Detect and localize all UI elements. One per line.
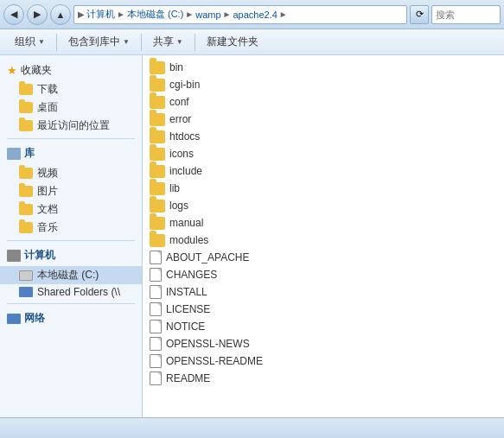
doc-icon bbox=[150, 285, 162, 299]
list-item[interactable]: CHANGES bbox=[143, 266, 504, 283]
sidebar-item-label: Shared Folders (\\ bbox=[37, 286, 120, 298]
sidebar-item-recent[interactable]: 最近访问的位置 bbox=[0, 117, 142, 135]
file-name: logs bbox=[169, 200, 188, 212]
list-item[interactable]: htdocs bbox=[143, 128, 504, 145]
refresh-button[interactable]: ⟳ bbox=[410, 5, 429, 24]
sidebar-item-music[interactable]: 音乐 bbox=[0, 219, 142, 237]
computer-label: 计算机 bbox=[24, 248, 55, 263]
folder-icon bbox=[150, 79, 165, 92]
path-wamp[interactable]: wamp bbox=[195, 10, 220, 20]
file-name: CHANGES bbox=[166, 269, 217, 281]
sidebar-item-label: 音乐 bbox=[37, 220, 58, 235]
list-item[interactable]: LICENSE bbox=[143, 301, 504, 318]
folder-icon bbox=[150, 96, 165, 109]
file-name: error bbox=[169, 113, 191, 125]
back-button[interactable]: ◀ bbox=[3, 4, 24, 25]
drive-icon bbox=[19, 270, 33, 281]
favorites-section: ★ 收藏夹 下载 桌面 最近访问的位置 bbox=[0, 60, 142, 135]
images-icon bbox=[19, 186, 33, 197]
path-computer[interactable]: 计算机 bbox=[86, 8, 115, 21]
toolbar-separator-2 bbox=[141, 34, 142, 51]
organize-button[interactable]: 组织 ▼ bbox=[7, 32, 53, 53]
share-button[interactable]: 共享 ▼ bbox=[145, 32, 191, 53]
network-section: 网络 bbox=[0, 308, 142, 329]
sidebar-item-video[interactable]: 视频 bbox=[0, 164, 142, 182]
forward-button[interactable]: ▶ bbox=[27, 4, 48, 25]
favorites-label: 收藏夹 bbox=[21, 63, 52, 78]
list-item[interactable]: manual bbox=[143, 214, 504, 232]
sidebar-item-download[interactable]: 下载 bbox=[0, 80, 142, 98]
sidebar: ★ 收藏夹 下载 桌面 最近访问的位置 库 bbox=[0, 55, 143, 417]
library-header[interactable]: 库 bbox=[0, 143, 142, 164]
sidebar-item-label: 文档 bbox=[37, 202, 58, 217]
status-bar bbox=[0, 417, 504, 438]
list-item[interactable]: OPENSSL-README bbox=[143, 352, 504, 370]
folder-icon bbox=[19, 120, 33, 131]
path-apache[interactable]: apache2.4 bbox=[233, 10, 277, 20]
up-button[interactable]: ▲ bbox=[50, 4, 71, 25]
file-name: ABOUT_APACHE bbox=[166, 251, 249, 263]
sidebar-item-label: 下载 bbox=[37, 82, 58, 97]
list-item[interactable]: NOTICE bbox=[143, 318, 504, 335]
sidebar-item-local-disk[interactable]: 本地磁盘 (C:) bbox=[0, 266, 142, 284]
list-item[interactable]: include bbox=[143, 162, 504, 180]
doc-icon bbox=[150, 337, 162, 351]
list-item[interactable]: README bbox=[143, 370, 504, 387]
network-header[interactable]: 网络 bbox=[0, 308, 142, 329]
search-input[interactable] bbox=[431, 5, 501, 24]
address-path[interactable]: ▶ 计算机 ► 本地磁盘 (C:) ► wamp ► apache2.4 ► bbox=[73, 5, 407, 24]
divider-2 bbox=[7, 240, 135, 241]
doc-icon bbox=[150, 251, 162, 264]
list-item[interactable]: cgi-bin bbox=[143, 76, 504, 93]
path-drive[interactable]: 本地磁盘 (C:) bbox=[127, 8, 183, 21]
list-item[interactable]: bin bbox=[143, 59, 504, 76]
list-item[interactable]: icons bbox=[143, 145, 504, 162]
file-name: LICENSE bbox=[166, 303, 210, 315]
list-item[interactable]: modules bbox=[143, 232, 504, 249]
sidebar-item-label: 本地磁盘 (C:) bbox=[37, 268, 99, 282]
sidebar-item-images[interactable]: 图片 bbox=[0, 182, 142, 200]
share-chevron: ▼ bbox=[176, 38, 183, 46]
file-name: NOTICE bbox=[166, 321, 205, 333]
path-sep2: ► bbox=[185, 10, 194, 19]
toolbar-separator-3 bbox=[195, 34, 195, 51]
doc-icon bbox=[150, 371, 162, 385]
star-icon: ★ bbox=[7, 64, 17, 77]
folder-icon bbox=[150, 217, 165, 230]
organize-label: 组织 bbox=[15, 35, 35, 49]
sidebar-item-shared[interactable]: Shared Folders (\\ bbox=[0, 284, 142, 300]
folder-icon bbox=[19, 84, 33, 95]
divider-3 bbox=[7, 303, 135, 304]
sidebar-item-desktop[interactable]: 桌面 bbox=[0, 98, 142, 117]
computer-section: 计算机 本地磁盘 (C:) Shared Folders (\\ bbox=[0, 244, 142, 300]
list-item[interactable]: INSTALL bbox=[143, 283, 504, 301]
include-button[interactable]: 包含到库中 ▼ bbox=[61, 32, 137, 53]
sidebar-item-label: 图片 bbox=[37, 184, 58, 199]
file-name: conf bbox=[169, 96, 189, 108]
toolbar-separator-1 bbox=[56, 34, 57, 51]
new-folder-button[interactable]: 新建文件夹 bbox=[199, 32, 266, 53]
list-item[interactable]: logs bbox=[143, 197, 504, 214]
computer-header[interactable]: 计算机 bbox=[0, 244, 142, 266]
doc-icon bbox=[150, 268, 162, 282]
list-item[interactable]: OPENSSL-NEWS bbox=[143, 335, 504, 352]
path-sep1: ► bbox=[117, 10, 125, 19]
doc-icon bbox=[150, 320, 162, 333]
sidebar-item-label: 视频 bbox=[37, 166, 58, 181]
list-item[interactable]: error bbox=[143, 111, 504, 128]
sidebar-item-documents[interactable]: 文档 bbox=[0, 200, 142, 219]
sidebar-item-label: 最近访问的位置 bbox=[37, 118, 110, 133]
list-item[interactable]: lib bbox=[143, 180, 504, 197]
list-item[interactable]: conf bbox=[143, 93, 504, 111]
network-icon bbox=[7, 314, 21, 324]
folder-icon bbox=[150, 148, 165, 161]
folder-icon bbox=[150, 165, 165, 178]
file-name: icons bbox=[169, 148, 194, 160]
path-arrow: ▶ bbox=[78, 10, 85, 19]
shared-icon bbox=[19, 287, 33, 297]
favorites-header[interactable]: ★ 收藏夹 bbox=[0, 60, 142, 80]
list-item[interactable]: ABOUT_APACHE bbox=[143, 249, 504, 266]
music-icon bbox=[19, 222, 33, 233]
folder-icon bbox=[150, 182, 165, 195]
file-name: manual bbox=[169, 217, 203, 229]
